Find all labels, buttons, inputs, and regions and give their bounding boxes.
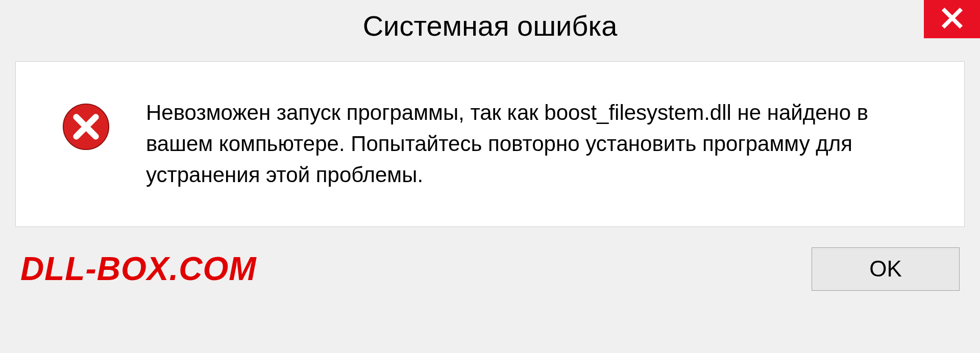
ok-button[interactable]: OK xyxy=(812,247,960,291)
content-box: Невозможен запуск программы, так как boo… xyxy=(15,61,965,227)
dialog-title: Системная ошибка xyxy=(363,9,618,42)
error-dialog: Системная ошибка Невозможен запуск прогр… xyxy=(0,0,980,353)
footer: DLL-BOX.COM OK xyxy=(0,242,980,306)
titlebar: Системная ошибка xyxy=(0,0,980,51)
close-icon xyxy=(941,7,964,32)
error-message: Невозможен запуск программы, так как boo… xyxy=(146,97,934,191)
branding-text: DLL-BOX.COM xyxy=(20,250,257,288)
close-button[interactable] xyxy=(924,0,980,38)
ok-button-label: OK xyxy=(869,256,902,282)
error-icon xyxy=(62,103,110,151)
